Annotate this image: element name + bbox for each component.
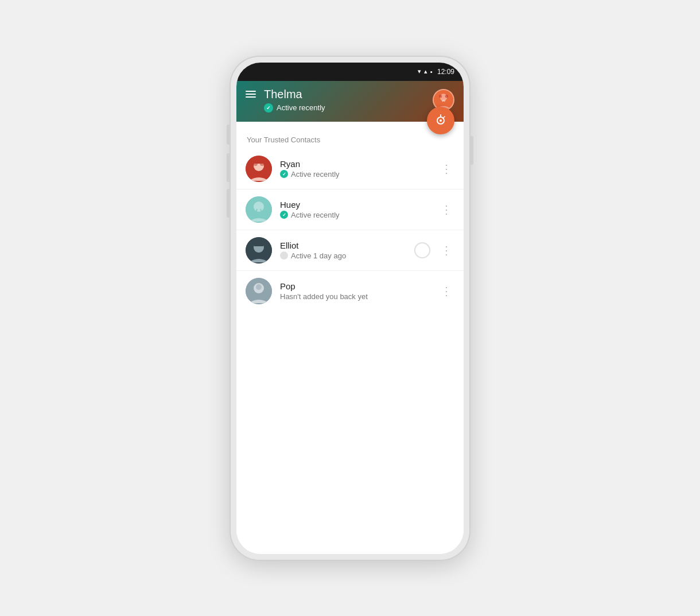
- speaker: [342, 73, 376, 78]
- list-item[interactable]: Ryan Active recently ⋮: [236, 149, 464, 189]
- ryan-more-button[interactable]: ⋮: [438, 161, 454, 177]
- ryan-avatar: [246, 156, 272, 182]
- phone-device: ▾ ▴ ▪ 12:09 Thelma Active rec: [230, 56, 470, 561]
- status-icons: ▾ ▴ ▪: [418, 68, 433, 75]
- svg-rect-11: [254, 160, 264, 164]
- battery-icon: ▪: [430, 68, 433, 75]
- svg-rect-18: [254, 242, 264, 246]
- menu-button[interactable]: [246, 91, 256, 98]
- svg-point-21: [256, 284, 262, 290]
- status-bar: ▾ ▴ ▪ 12:09: [236, 63, 464, 81]
- elliot-avatar-svg: [246, 237, 272, 264]
- pop-more-button[interactable]: ⋮: [438, 283, 454, 299]
- elliot-info: Elliot Active 1 day ago: [280, 241, 414, 260]
- elliot-status-text: Active 1 day ago: [291, 251, 346, 260]
- toolbar-title: Thelma: [264, 88, 302, 101]
- location-share-icon: [434, 114, 448, 127]
- section-label: Your Trusted Contacts: [236, 127, 464, 149]
- volume-up-button: [227, 125, 230, 145]
- inactive-status-icon: [280, 251, 288, 259]
- toolbar: Thelma Active recently ∞: [236, 81, 464, 122]
- huey-status-text: Active recently: [291, 211, 340, 219]
- elliot-more-button[interactable]: ⋮: [438, 242, 454, 258]
- phone-screen: ▾ ▴ ▪ 12:09 Thelma Active rec: [236, 63, 464, 554]
- location-share-fab[interactable]: [427, 107, 454, 134]
- ryan-status-text: Active recently: [291, 170, 340, 179]
- elliot-toggle: [414, 242, 430, 258]
- ryan-avatar-svg: [246, 156, 272, 182]
- svg-point-6: [440, 119, 442, 122]
- camera: [312, 71, 320, 79]
- volume-down-button: [227, 153, 230, 182]
- toolbar-left: Thelma Active recently: [246, 88, 325, 113]
- huey-more-button[interactable]: ⋮: [438, 202, 454, 218]
- pop-avatar: [246, 278, 272, 304]
- toolbar-menu-row: Thelma: [246, 88, 302, 101]
- pop-avatar-svg: [246, 278, 272, 304]
- pop-info: Pop Hasn't added you back yet: [280, 281, 434, 301]
- mute-button: [227, 189, 230, 218]
- ryan-status: Active recently: [280, 170, 434, 179]
- elliot-avatar: [246, 237, 272, 264]
- svg-text:∞: ∞: [442, 98, 445, 103]
- pop-status-text: Hasn't added you back yet: [280, 292, 368, 301]
- huey-status: Active recently: [280, 211, 434, 219]
- svg-point-3: [445, 95, 448, 98]
- power-button: [470, 136, 473, 165]
- pop-status: Hasn't added you back yet: [280, 292, 434, 301]
- list-item[interactable]: Pop Hasn't added you back yet ⋮: [236, 271, 464, 311]
- content-area: Your Trusted Contacts: [236, 122, 464, 554]
- signal-icon: ▴: [424, 68, 427, 75]
- huey-avatar-svg: [246, 196, 272, 223]
- huey-avatar: [246, 196, 272, 223]
- huey-info: Huey Active recently: [280, 200, 434, 219]
- ryan-name: Ryan: [280, 159, 434, 169]
- svg-point-13: [254, 202, 264, 212]
- toolbar-status: Active recently: [277, 103, 325, 112]
- contact-list: Ryan Active recently ⋮: [236, 149, 464, 311]
- ryan-info: Ryan Active recently: [280, 159, 434, 179]
- active-check-icon: [264, 103, 273, 113]
- elliot-name: Elliot: [280, 241, 414, 250]
- toolbar-subtitle: Active recently: [264, 103, 325, 113]
- wifi-icon: ▾: [418, 68, 421, 75]
- huey-name: Huey: [280, 200, 434, 210]
- active-status-icon: [280, 211, 288, 219]
- pop-name: Pop: [280, 281, 434, 291]
- list-item[interactable]: Elliot Active 1 day ago ⋮: [236, 230, 464, 271]
- active-status-icon: [280, 170, 288, 178]
- list-item[interactable]: Huey Active recently ⋮: [236, 189, 464, 230]
- status-time: 12:09: [437, 68, 454, 76]
- elliot-status: Active 1 day ago: [280, 251, 414, 260]
